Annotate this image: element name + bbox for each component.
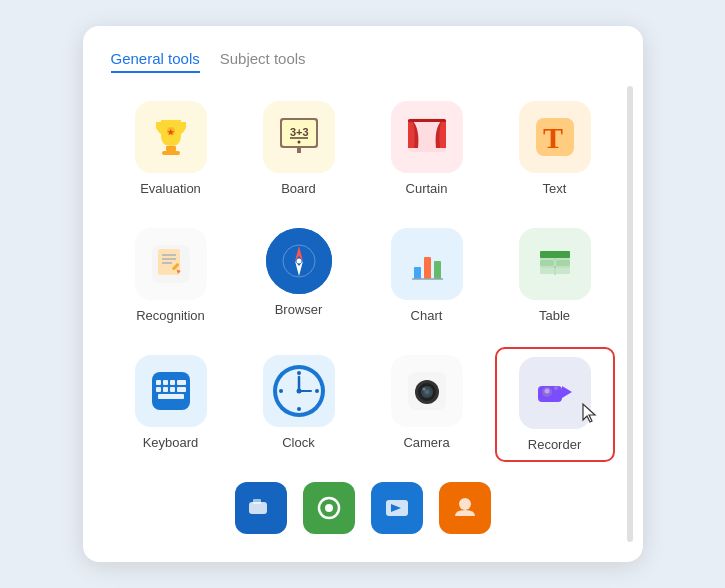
svg-rect-1 [162, 151, 180, 155]
bottom-icon-3[interactable] [371, 482, 423, 534]
svg-point-58 [296, 389, 301, 394]
tool-curtain[interactable]: Curtain [367, 93, 487, 204]
svg-point-53 [297, 407, 301, 411]
tabs-container: General tools Subject tools [111, 50, 615, 73]
svg-rect-43 [170, 380, 175, 385]
tool-recognition[interactable]: Recognition [111, 220, 231, 331]
svg-rect-74 [253, 499, 261, 504]
board-label: Board [281, 181, 316, 196]
tool-camera[interactable]: Camera [367, 347, 487, 462]
camera-label: Camera [403, 435, 449, 450]
svg-rect-11 [408, 119, 446, 122]
table-label: Table [539, 308, 570, 323]
svg-text:T: T [543, 121, 563, 154]
svg-rect-42 [163, 380, 168, 385]
chart-label: Chart [411, 308, 443, 323]
table-icon [519, 228, 591, 300]
tool-keyboard[interactable]: Keyboard [111, 347, 231, 462]
svg-point-76 [325, 504, 333, 512]
svg-rect-28 [424, 257, 431, 279]
tool-evaluation[interactable]: ★ Evaluation [111, 93, 231, 204]
camera-icon [391, 355, 463, 427]
svg-rect-46 [163, 387, 168, 392]
svg-point-69 [544, 389, 549, 394]
svg-rect-27 [414, 267, 421, 279]
svg-rect-48 [177, 387, 186, 392]
recorder-icon [519, 357, 591, 429]
tools-grid: ★ Evaluation 3+3 Board [111, 93, 615, 462]
svg-rect-32 [540, 251, 570, 258]
svg-rect-35 [540, 268, 554, 274]
evaluation-icon: ★ [135, 101, 207, 173]
svg-rect-33 [540, 260, 554, 266]
text-label: Text [543, 181, 567, 196]
svg-point-79 [459, 498, 471, 510]
tool-browser[interactable]: Browser [239, 220, 359, 331]
svg-rect-41 [156, 380, 161, 385]
tool-recorder[interactable]: Recorder [495, 347, 615, 462]
tool-board[interactable]: 3+3 Board [239, 93, 359, 204]
svg-point-25 [296, 259, 301, 264]
bottom-icon-2[interactable] [303, 482, 355, 534]
svg-point-55 [315, 389, 319, 393]
evaluation-label: Evaluation [140, 181, 201, 196]
svg-point-54 [279, 389, 283, 393]
recorder-label: Recorder [528, 437, 581, 452]
tool-table[interactable]: Table [495, 220, 615, 331]
svg-text:★: ★ [167, 128, 175, 137]
tab-general-tools[interactable]: General tools [111, 50, 200, 73]
svg-rect-29 [434, 261, 441, 279]
svg-point-8 [297, 141, 300, 144]
svg-rect-47 [170, 387, 175, 392]
svg-rect-49 [158, 394, 184, 399]
svg-rect-44 [177, 380, 186, 385]
svg-rect-9 [297, 148, 301, 153]
svg-point-65 [422, 388, 425, 391]
tool-clock[interactable]: Clock [239, 347, 359, 462]
tab-subject-tools[interactable]: Subject tools [220, 50, 306, 73]
chart-icon [391, 228, 463, 300]
svg-rect-0 [166, 146, 176, 151]
recognition-icon [135, 228, 207, 300]
text-icon: T [519, 101, 591, 173]
bottom-icon-1[interactable] [235, 482, 287, 534]
browser-icon [266, 228, 332, 294]
browser-label: Browser [275, 302, 323, 317]
tool-text[interactable]: T Text [495, 93, 615, 204]
curtain-icon [391, 101, 463, 173]
bottom-icon-4[interactable] [439, 482, 491, 534]
clock-icon [263, 355, 335, 427]
svg-text:3+3: 3+3 [290, 126, 309, 138]
keyboard-label: Keyboard [143, 435, 199, 450]
svg-point-64 [425, 391, 428, 394]
recognition-label: Recognition [136, 308, 205, 323]
tool-chart[interactable]: Chart [367, 220, 487, 331]
svg-rect-36 [556, 268, 570, 274]
clock-label: Clock [282, 435, 315, 450]
svg-point-71 [554, 386, 558, 390]
keyboard-icon [135, 355, 207, 427]
svg-rect-34 [556, 260, 570, 266]
svg-rect-45 [156, 387, 161, 392]
curtain-label: Curtain [406, 181, 448, 196]
board-icon: 3+3 [263, 101, 335, 173]
bottom-bar [111, 482, 615, 534]
svg-point-52 [297, 371, 301, 375]
tools-panel: General tools Subject tools ★ [83, 26, 643, 562]
